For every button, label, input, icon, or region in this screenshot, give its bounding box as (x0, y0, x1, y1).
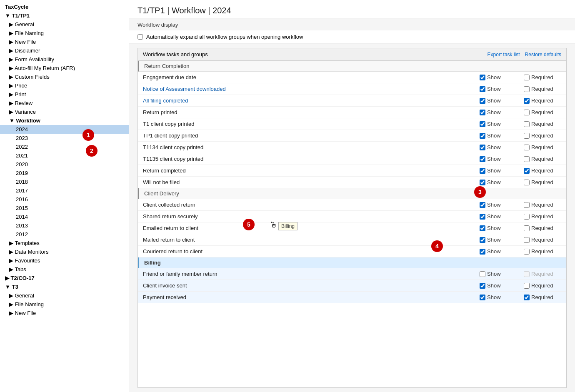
required-checkbox-group: Required (524, 86, 561, 92)
group-header-return-completion[interactable]: Return Completion (138, 61, 566, 72)
group-header-billing[interactable]: Billing (138, 257, 566, 268)
show-checkbox[interactable] (480, 180, 485, 185)
required-checkbox-group: Required (524, 156, 561, 162)
show-checkbox[interactable] (480, 295, 485, 300)
show-checkbox[interactable] (480, 249, 485, 255)
sidebar-item-2015[interactable]: 2015 (0, 204, 129, 212)
task-controls: ShowRequired (461, 97, 561, 104)
sidebar-item-2014[interactable]: 2014 (0, 212, 129, 221)
show-label: Show (487, 179, 501, 185)
sidebar-item-2021[interactable]: 2021 (0, 151, 129, 160)
show-checkbox[interactable] (480, 225, 485, 231)
sidebar-item-t3[interactable]: ▼ T3 (0, 282, 129, 291)
sidebar-item-2024[interactable]: 2024 (0, 125, 129, 134)
group-header-client-delivery[interactable]: Client Delivery (138, 188, 566, 199)
sidebar-item-2023[interactable]: 2023 (0, 134, 129, 142)
show-label: Show (487, 225, 501, 231)
required-checkbox[interactable] (524, 110, 530, 115)
required-checkbox[interactable] (524, 295, 530, 300)
show-checkbox[interactable] (480, 75, 485, 80)
task-controls: ShowRequired (461, 179, 561, 185)
required-checkbox[interactable] (524, 202, 530, 208)
show-label: Show (487, 132, 501, 139)
sidebar-item-2019[interactable]: 2019 (0, 169, 129, 177)
sidebar-item-review[interactable]: ▶ Review (0, 99, 129, 107)
required-label: Required (531, 132, 553, 139)
show-checkbox-group: Show (480, 294, 517, 300)
sidebar-item-file-naming[interactable]: ▶ File Naming (0, 29, 129, 37)
required-checkbox[interactable] (524, 75, 530, 80)
sidebar-item-price[interactable]: ▶ Price (0, 81, 129, 90)
required-checkbox[interactable] (524, 168, 530, 174)
show-checkbox[interactable] (480, 98, 485, 104)
required-checkbox[interactable] (524, 133, 530, 139)
show-checkbox[interactable] (480, 110, 485, 115)
required-checkbox[interactable] (524, 249, 530, 255)
show-checkbox[interactable] (480, 145, 485, 150)
show-label: Show (487, 213, 501, 220)
show-label: Show (487, 121, 501, 127)
required-checkbox[interactable] (524, 214, 530, 220)
show-checkbox[interactable] (480, 168, 485, 174)
show-checkbox[interactable] (480, 121, 485, 127)
required-checkbox[interactable] (524, 283, 530, 289)
sidebar-item-label-2024: 2024 (16, 126, 28, 132)
show-checkbox[interactable] (480, 86, 485, 92)
sidebar-item-2013[interactable]: 2013 (0, 221, 129, 230)
sidebar-item-label-2015: 2015 (16, 205, 28, 211)
export-task-list-link[interactable]: Export task list (488, 52, 520, 57)
show-checkbox[interactable] (480, 156, 485, 162)
sidebar-item-taxcycle[interactable]: TaxCycle (0, 2, 129, 11)
show-checkbox[interactable] (480, 283, 485, 289)
sidebar-item-workflow[interactable]: ▼ Workflow (0, 116, 129, 125)
required-checkbox[interactable] (524, 225, 530, 231)
sidebar-item-2018[interactable]: 2018 (0, 177, 129, 186)
show-checkbox[interactable] (480, 271, 485, 277)
sidebar-item-t1tp1[interactable]: ▼ T1/TP1 (0, 11, 129, 20)
sidebar-item-t3-file-naming[interactable]: ▶ File Naming (0, 300, 129, 309)
required-checkbox[interactable] (524, 180, 530, 185)
auto-expand-label[interactable]: Automatically expand all workflow groups… (146, 34, 303, 40)
sidebar-item-2012[interactable]: 2012 (0, 230, 129, 239)
show-checkbox[interactable] (480, 214, 485, 220)
required-checkbox[interactable] (524, 237, 530, 243)
sidebar-item-custom-fields[interactable]: ▶ Custom Fields (0, 72, 129, 81)
sidebar-item-print[interactable]: ▶ Print (0, 90, 129, 99)
required-checkbox[interactable] (524, 86, 530, 92)
show-label: Show (487, 109, 501, 115)
sidebar-item-label-2022: 2022 (16, 144, 28, 150)
sidebar-item-form-availability[interactable]: ▶ Form Availability (0, 55, 129, 64)
restore-defaults-link[interactable]: Restore defaults (525, 52, 561, 57)
sidebar-item-t2co17[interactable]: ▶ T2/CO-17 (0, 274, 129, 282)
show-checkbox-group: Show (480, 132, 517, 139)
show-checkbox[interactable] (480, 202, 485, 208)
show-checkbox[interactable] (480, 133, 485, 139)
sidebar-item-2016[interactable]: 2016 (0, 195, 129, 204)
required-checkbox[interactable] (524, 121, 530, 127)
show-label: Show (487, 294, 501, 300)
sidebar-item-favourites[interactable]: ▶ Favourites (0, 256, 129, 265)
required-checkbox[interactable] (524, 271, 530, 277)
show-checkbox[interactable] (480, 237, 485, 243)
sidebar-item-2022[interactable]: 2022 (0, 142, 129, 151)
show-label: Show (487, 97, 501, 104)
sidebar-item-2017[interactable]: 2017 (0, 186, 129, 195)
sidebar-item-disclaimer[interactable]: ▶ Disclaimer (0, 46, 129, 55)
sidebar-item-label-2013: 2013 (16, 222, 28, 229)
sidebar-item-templates[interactable]: ▶ Templates (0, 239, 129, 247)
required-checkbox[interactable] (524, 145, 530, 150)
sidebar-item-autofill[interactable]: ▶ Auto-fill My Return (AFR) (0, 64, 129, 72)
sidebar-item-tabs[interactable]: ▶ Tabs (0, 265, 129, 274)
sidebar-item-t3-new-file[interactable]: ▶ New File (0, 309, 129, 317)
sidebar-item-new-file[interactable]: ▶ New File (0, 37, 129, 46)
sidebar-item-2020[interactable]: 2020 (0, 160, 129, 169)
required-checkbox[interactable] (524, 98, 530, 104)
sidebar-item-t3-general[interactable]: ▶ General (0, 291, 129, 300)
show-checkbox-group: Show (480, 179, 517, 185)
sidebar-item-label-templates: ▶ Templates (9, 240, 40, 246)
sidebar-item-variance[interactable]: ▶ Variance (0, 107, 129, 116)
required-checkbox[interactable] (524, 156, 530, 162)
auto-expand-checkbox[interactable] (138, 34, 143, 40)
sidebar-item-general[interactable]: ▶ General (0, 20, 129, 29)
sidebar-item-data-monitors[interactable]: ▶ Data Monitors (0, 247, 129, 256)
